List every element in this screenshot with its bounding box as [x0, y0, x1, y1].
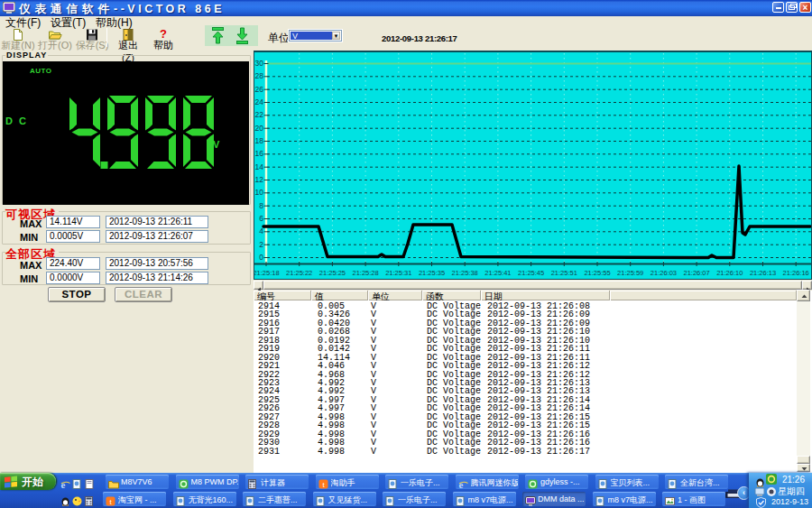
- svg-text:21:25:25: 21:25:25: [319, 269, 346, 277]
- svg-text:12: 12: [255, 175, 264, 184]
- svg-text:10: 10: [255, 188, 264, 197]
- svg-text:21:26:10: 21:26:10: [716, 269, 743, 277]
- svg-text:4: 4: [259, 226, 263, 236]
- svg-text:21:25:51: 21:25:51: [551, 269, 577, 277]
- svg-text:21:25:55: 21:25:55: [584, 269, 610, 277]
- svg-text:8: 8: [259, 201, 263, 210]
- svg-text:21:25:31: 21:25:31: [385, 269, 411, 277]
- svg-text:21:25:35: 21:25:35: [419, 269, 445, 277]
- svg-text:21:25:38: 21:25:38: [452, 269, 478, 277]
- svg-text:21:25:28: 21:25:28: [352, 269, 378, 277]
- svg-text:e: e: [458, 479, 463, 489]
- svg-text:22: 22: [255, 110, 264, 119]
- svg-text:6: 6: [259, 214, 263, 223]
- svg-text:e: e: [61, 479, 66, 489]
- svg-text:21:26:13: 21:26:13: [750, 269, 776, 277]
- svg-text:21:26:16: 21:26:16: [783, 269, 809, 277]
- svg-text:14: 14: [255, 162, 264, 171]
- svg-text:21:26:03: 21:26:03: [651, 269, 677, 277]
- svg-text:21:26:07: 21:26:07: [683, 269, 709, 277]
- svg-text:16: 16: [255, 149, 264, 158]
- svg-text:21:25:45: 21:25:45: [518, 269, 544, 277]
- svg-text:18: 18: [255, 136, 264, 145]
- svg-text:26: 26: [255, 85, 264, 94]
- svg-text:20: 20: [255, 124, 264, 133]
- svg-text:28: 28: [255, 71, 264, 80]
- svg-text:21:25:22: 21:25:22: [286, 269, 312, 277]
- svg-text:24: 24: [255, 97, 264, 106]
- svg-text:21:25:41: 21:25:41: [484, 269, 511, 277]
- svg-text:21:25:18: 21:25:18: [254, 269, 280, 277]
- svg-text:21:25:59: 21:25:59: [617, 269, 643, 277]
- svg-text:0: 0: [259, 253, 263, 262]
- svg-text:2: 2: [259, 240, 263, 249]
- svg-text:30: 30: [255, 59, 264, 68]
